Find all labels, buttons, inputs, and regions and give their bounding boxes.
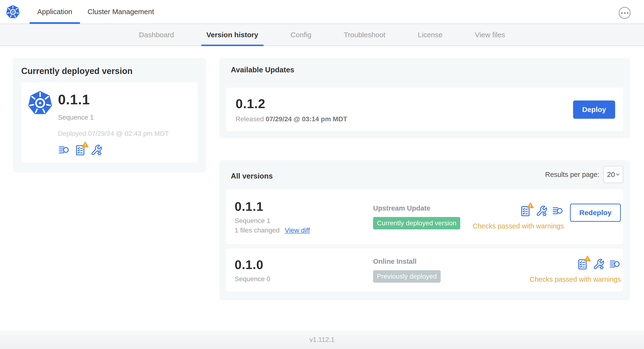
version-source: Upstream Update [373, 204, 472, 212]
subnav-label: Troubleshoot [344, 31, 385, 39]
chevron-down-icon [615, 172, 620, 177]
console-footer: v1.112.1 [0, 330, 644, 349]
kubernetes-app-icon [28, 90, 53, 116]
version-row-0-1-1: 0.1.1 Sequence 1 1 files changed View di… [226, 189, 623, 244]
actions-cell: Checks passed with warnings Redeploy [472, 204, 621, 230]
ellipsis-dot [624, 12, 626, 14]
all-versions-panel: All versions Results per page: 20 0.1.1 [219, 160, 630, 300]
version-cell: 0.1.1 Sequence 1 1 files changed View di… [235, 199, 373, 234]
row-version-number: 0.1.1 [235, 199, 373, 214]
subnav-tab-troubleshoot[interactable]: Troubleshoot [338, 24, 390, 46]
update-version-number: 0.1.2 [236, 96, 347, 111]
subnav-label: License [418, 31, 442, 39]
active-tab-underline [30, 22, 80, 24]
deploy-logs-icon[interactable] [609, 258, 621, 270]
version-source: Online Install [373, 258, 530, 266]
warning-triangle-icon [584, 255, 591, 262]
tab-application[interactable]: Application [30, 0, 80, 24]
update-card: 0.1.2 Released 07/29/24 @ 03:14 pm MDT D… [226, 88, 623, 132]
version-cell: 0.1.0 Sequence 0 [235, 258, 373, 283]
released-prefix: Released [236, 115, 264, 123]
actions-cell: Checks passed with warnings [530, 257, 621, 283]
preflight-status-text: Checks passed with warnings [530, 276, 621, 283]
deploy-logs-icon[interactable] [552, 205, 564, 217]
app-subnav: Dashboard Version history Config Trouble… [0, 24, 644, 46]
deployment-status-badge: Currently deployed version [373, 217, 460, 230]
kubernetes-logo-icon [6, 5, 20, 19]
app-header: Application Cluster Management [0, 0, 644, 24]
checks-column: Checks passed with warnings [530, 257, 621, 283]
tab-cluster-management-label: Cluster Management [88, 8, 154, 16]
all-versions-title: All versions [231, 172, 273, 180]
subnav-tab-version-history[interactable]: Version history [201, 24, 264, 46]
files-changed-line: 1 files changed View diff [235, 226, 373, 234]
results-per-page-select[interactable]: 20 [603, 166, 623, 183]
wrench-gear-icon[interactable] [90, 144, 102, 156]
row-action-icons [576, 258, 621, 270]
preflight-status-text: Checks passed with warnings [472, 222, 564, 230]
tab-cluster-management[interactable]: Cluster Management [80, 0, 162, 24]
version-rows: 0.1.1 Sequence 1 1 files changed View di… [226, 189, 623, 292]
row-sequence: Sequence 1 [235, 217, 373, 225]
subnav-label: Dashboard [139, 31, 174, 39]
row-sequence: Sequence 0 [235, 275, 373, 283]
row-action-icons [520, 205, 564, 217]
currently-deployed-panel: Currently deployed version [13, 58, 206, 172]
subnav-label: View files [475, 31, 505, 39]
update-released-line: Released 07/29/24 @ 03:14 pm MDT [236, 115, 347, 123]
files-changed-count: 1 files changed [235, 226, 280, 234]
source-cell: Upstream Update Currently deployed versi… [373, 204, 472, 230]
results-per-page-value: 20 [607, 170, 615, 178]
warning-triangle-icon [82, 141, 89, 148]
ellipsis-dot [621, 12, 623, 14]
deployed-version-number: 0.1.1 [58, 92, 169, 108]
deployed-timestamp: Deployed 07/29/24 @ 02:43 pm MDT [58, 130, 169, 138]
preflight-checklist-icon[interactable] [576, 258, 588, 270]
view-diff-link[interactable]: View diff [285, 226, 310, 234]
subnav-tab-license[interactable]: License [412, 24, 448, 46]
row-version-number: 0.1.0 [235, 258, 373, 272]
tab-application-label: Application [37, 8, 72, 16]
deployment-status-badge: Previously deployed [373, 270, 441, 283]
available-updates-title: Available Updates [231, 66, 623, 74]
overflow-menu-button[interactable] [619, 7, 631, 19]
main-content: Currently deployed version [0, 46, 644, 330]
all-versions-header: All versions Results per page: 20 [226, 166, 623, 183]
right-column: Available Updates 0.1.2 Released 07/29/2… [219, 58, 630, 300]
currently-deployed-title: Currently deployed version [21, 66, 198, 76]
deployed-version-info: 0.1.1 Sequence 1 Deployed 07/29/24 @ 02:… [58, 89, 169, 156]
redeploy-button[interactable]: Redeploy [570, 204, 621, 222]
header-tabs: Application Cluster Management [30, 0, 162, 24]
deploy-button[interactable]: Deploy [573, 100, 615, 119]
deployed-version-card: 0.1.1 Sequence 1 Deployed 07/29/24 @ 02:… [21, 82, 198, 163]
admin-console-page: Application Cluster Management Dashboard… [0, 0, 644, 349]
available-updates-panel: Available Updates 0.1.2 Released 07/29/2… [219, 58, 630, 138]
subnav-tab-config[interactable]: Config [286, 24, 317, 46]
subnav-label: Config [291, 31, 312, 39]
released-date: 07/29/24 @ 03:14 pm MDT [266, 115, 347, 123]
subnav-tab-dashboard[interactable]: Dashboard [134, 24, 179, 46]
deployed-sequence: Sequence 1 [58, 114, 169, 121]
checks-column: Checks passed with warnings [472, 204, 564, 230]
warning-triangle-icon [526, 202, 534, 209]
console-version: v1.112.1 [309, 336, 334, 344]
wrench-gear-icon[interactable] [593, 258, 604, 270]
results-per-page: Results per page: 20 [545, 166, 623, 183]
ellipsis-dot [627, 12, 628, 14]
source-cell: Online Install Previously deployed [373, 258, 530, 283]
preflight-checklist-icon[interactable] [520, 205, 531, 217]
subnav-tab-view-files[interactable]: View files [470, 24, 510, 46]
update-info: 0.1.2 Released 07/29/24 @ 03:14 pm MDT [236, 96, 347, 123]
active-tab-underline [201, 45, 264, 46]
results-per-page-label: Results per page: [545, 171, 599, 178]
preflight-checklist-icon[interactable] [74, 144, 86, 156]
deploy-logs-icon[interactable] [58, 144, 70, 156]
version-row-0-1-0: 0.1.0 Sequence 0 Online Install Previous… [226, 248, 623, 292]
deployed-version-actions [58, 144, 169, 156]
subnav-label: Version history [206, 31, 258, 39]
wrench-gear-icon[interactable] [536, 205, 548, 217]
